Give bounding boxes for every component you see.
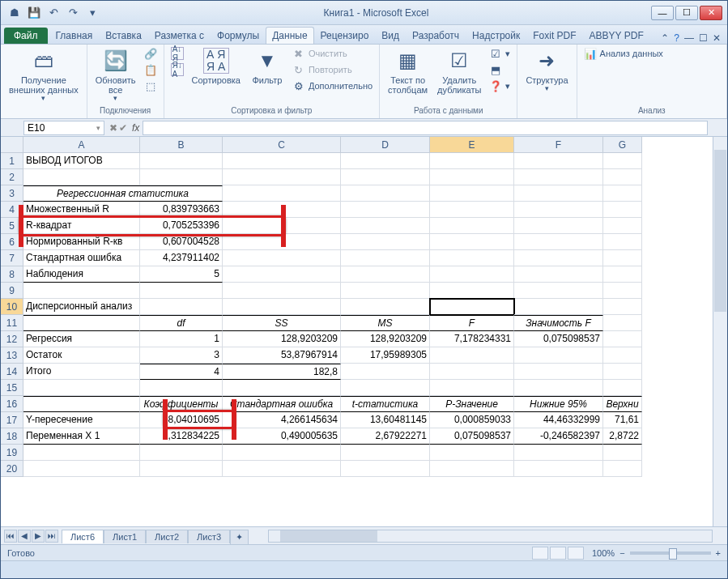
cell-C3[interactable] <box>223 185 341 202</box>
cell-A7[interactable]: Стандартная ошибка <box>23 250 140 266</box>
zoom-in-button[interactable]: + <box>716 548 721 558</box>
row-header-14[interactable]: 14 <box>1 364 23 380</box>
cell-G14[interactable] <box>603 364 642 380</box>
cell-E12[interactable]: 7,178234331 <box>430 331 514 347</box>
cell-D17[interactable]: 13,60481145 <box>341 412 430 428</box>
sheet-nav-last[interactable]: ⏭ <box>45 530 58 543</box>
file-tab[interactable]: Файл <box>4 28 48 44</box>
sort-button[interactable]: А ЯЯ А Сортировка <box>189 46 244 87</box>
col-header-G[interactable]: G <box>603 137 642 153</box>
cell-D16[interactable]: t-статистика <box>341 396 430 412</box>
tab-data[interactable]: Данные <box>266 27 313 44</box>
maximize-button[interactable]: ☐ <box>675 6 698 20</box>
cell-E7[interactable] <box>430 250 514 266</box>
undo-icon[interactable]: ↶ <box>45 4 62 22</box>
cell-G20[interactable] <box>603 461 642 477</box>
cell-D7[interactable] <box>341 250 430 266</box>
cell-F20[interactable] <box>514 461 603 477</box>
cell-D9[interactable] <box>341 283 430 299</box>
doc-close-icon[interactable]: ✕ <box>713 32 721 44</box>
cell-G19[interactable] <box>603 445 642 461</box>
cell-C19[interactable] <box>223 445 341 461</box>
cell-C14[interactable]: 182,8 <box>223 364 341 380</box>
cell-E13[interactable] <box>430 347 514 364</box>
cell-C5[interactable] <box>223 218 341 234</box>
col-header-B[interactable]: B <box>140 137 223 153</box>
cell-E4[interactable] <box>430 202 514 218</box>
formula-bar[interactable] <box>143 121 708 135</box>
row-header-8[interactable]: 8 <box>1 266 23 283</box>
row-header-1[interactable]: 1 <box>1 153 23 169</box>
row-header-7[interactable]: 7 <box>1 250 23 266</box>
cell-C16[interactable]: Стандартная ошибка <box>223 396 341 412</box>
zoom-out-button[interactable]: − <box>619 548 624 558</box>
view-normal-button[interactable] <box>532 547 548 560</box>
cell-G11[interactable] <box>603 315 642 331</box>
cell-C4[interactable] <box>223 202 341 218</box>
cell-B18[interactable]: 1,312834225 <box>140 428 223 445</box>
sort-desc-button[interactable]: Я↓А <box>169 62 185 77</box>
cell-E1[interactable] <box>430 153 514 169</box>
row-header-13[interactable]: 13 <box>1 347 23 364</box>
cell-E16[interactable]: P-Значение <box>430 396 514 412</box>
cell-D18[interactable]: 2,67922271 <box>341 428 430 445</box>
cell-D1[interactable] <box>341 153 430 169</box>
cell-E5[interactable] <box>430 218 514 234</box>
cell-A18[interactable]: Переменная X 1 <box>23 428 140 445</box>
cell-C8[interactable] <box>223 266 341 283</box>
sheet-tab-1[interactable]: Лист1 <box>104 530 146 543</box>
cell-G10[interactable] <box>603 299 642 315</box>
sheet-tab-active[interactable]: Лист6 <box>62 530 104 543</box>
cell-B8[interactable]: 5 <box>140 266 223 283</box>
cell-F12[interactable]: 0,075098537 <box>514 331 603 347</box>
cell-D13[interactable]: 17,95989305 <box>341 347 430 364</box>
qat-dropdown-icon[interactable]: ▾ <box>83 4 101 22</box>
cell-F15[interactable] <box>514 380 603 396</box>
ribbon-minimize-icon[interactable]: ⌃ <box>661 32 669 44</box>
row-header-17[interactable]: 17 <box>1 412 23 428</box>
sheet-nav-first[interactable]: ⏮ <box>4 530 17 543</box>
cell-D19[interactable] <box>341 445 430 461</box>
col-header-D[interactable]: D <box>341 137 430 153</box>
row-header-12[interactable]: 12 <box>1 331 23 347</box>
cancel-formula-icon[interactable]: ✖ <box>109 122 117 134</box>
cell-B16[interactable]: Коэффициенты <box>140 396 223 412</box>
row-header-19[interactable]: 19 <box>1 445 23 461</box>
tab-review[interactable]: Рецензиро <box>314 27 376 44</box>
tab-addins[interactable]: Надстройк <box>466 27 526 44</box>
cell-E20[interactable] <box>430 461 514 477</box>
cell-F9[interactable] <box>514 283 603 299</box>
cell-C7[interactable] <box>223 250 341 266</box>
row-header-9[interactable]: 9 <box>1 283 23 299</box>
cell-D8[interactable] <box>341 266 430 283</box>
cell-C1[interactable] <box>223 153 341 169</box>
remove-duplicates-button[interactable]: ☑ Удалить дубликаты <box>434 46 484 96</box>
cell-F2[interactable] <box>514 169 603 185</box>
cell-C12[interactable]: 128,9203209 <box>223 331 341 347</box>
col-header-A[interactable]: A <box>23 137 140 153</box>
close-button[interactable]: ✕ <box>700 6 722 20</box>
cell-G1[interactable] <box>603 153 642 169</box>
cell-E15[interactable] <box>430 380 514 396</box>
cell-B5[interactable]: 0,705253396 <box>140 218 223 234</box>
cell-B11[interactable]: df <box>140 315 223 331</box>
sort-asc-button[interactable]: А↓Я <box>169 46 185 61</box>
cell-A6[interactable]: Нормированный R-кв <box>23 234 140 250</box>
cell-A11[interactable] <box>23 315 140 331</box>
cell-G7[interactable] <box>603 250 642 266</box>
cell-C18[interactable]: 0,490005635 <box>223 428 341 445</box>
cell-G16[interactable]: Верхни <box>603 396 642 412</box>
get-external-data-button[interactable]: 🗃 Получение внешних данных ▾ <box>6 46 82 104</box>
cell-C17[interactable]: 4,266145634 <box>223 412 341 428</box>
row-header-10[interactable]: 10 <box>1 299 23 315</box>
cell-E14[interactable] <box>430 364 514 380</box>
cell-A15[interactable] <box>23 380 140 396</box>
cell-B14[interactable]: 4 <box>140 364 223 380</box>
col-header-E[interactable]: E <box>430 137 514 153</box>
clear-filter-button[interactable]: ✖Очистить <box>291 46 374 61</box>
row-header-18[interactable]: 18 <box>1 428 23 445</box>
select-all-corner[interactable] <box>1 137 23 153</box>
cell-B1[interactable] <box>140 153 223 169</box>
sheet-tab-3[interactable]: Лист3 <box>188 530 230 543</box>
cell-B20[interactable] <box>140 461 223 477</box>
